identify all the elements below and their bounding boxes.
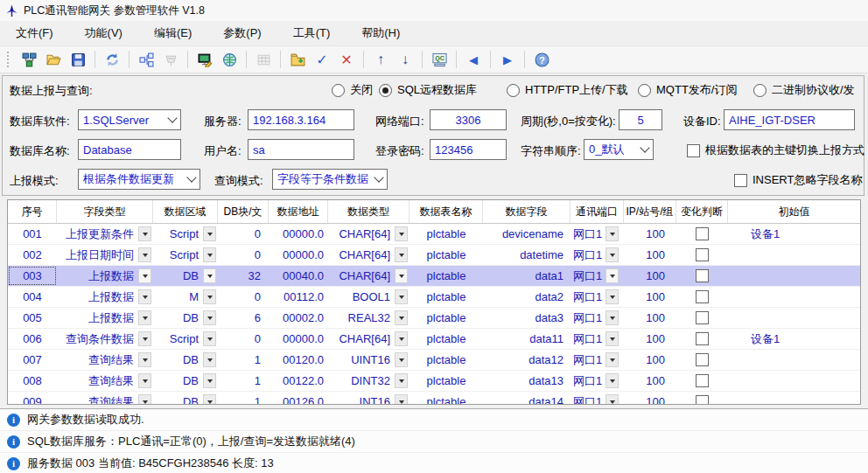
dropdown-arrow-icon[interactable] xyxy=(203,289,216,304)
dropdown-arrow-icon[interactable] xyxy=(606,373,619,388)
radio-icon[interactable] xyxy=(507,84,520,97)
dropdown-arrow-icon[interactable] xyxy=(395,247,408,262)
menu-item-5[interactable]: 工具(T) xyxy=(277,21,346,45)
qc-monitor-icon[interactable]: QC xyxy=(429,49,450,70)
dropdown-arrow-icon[interactable] xyxy=(606,394,619,405)
radio-option-5[interactable]: 二进制协议收/发 xyxy=(753,82,855,98)
query-mode-select[interactable]: 字段等于条件数据 xyxy=(272,169,388,190)
move-up-icon[interactable]: ↑ xyxy=(370,49,391,70)
dropdown-arrow-icon[interactable] xyxy=(395,310,408,325)
dropdown-arrow-icon[interactable] xyxy=(203,226,216,241)
db-software-select[interactable]: 1.SQLServer xyxy=(78,109,181,130)
dropdown-arrow-icon[interactable] xyxy=(138,352,151,367)
change-flag-checkbox[interactable] xyxy=(696,311,709,324)
radio-icon[interactable] xyxy=(332,84,345,97)
radio-option-1[interactable]: 关闭 xyxy=(332,82,373,98)
save-icon[interactable] xyxy=(67,49,88,70)
radio-icon[interactable] xyxy=(753,84,766,97)
refresh-icon[interactable] xyxy=(102,49,122,70)
db-name-input[interactable] xyxy=(78,139,181,160)
dropdown-arrow-icon[interactable] xyxy=(138,310,151,325)
dropdown-arrow-icon[interactable] xyxy=(606,289,619,304)
change-flag-checkbox[interactable] xyxy=(696,374,709,387)
dropdown-arrow-icon[interactable] xyxy=(138,331,151,346)
table-row[interactable]: 005上报数据DB600002.0REAL32plctabledata3网口11… xyxy=(8,308,860,329)
radio-option-4[interactable]: MQTT发布/订阅 xyxy=(638,82,737,98)
globe-icon[interactable] xyxy=(219,49,240,70)
insert-ignore-checkbox-item[interactable]: INSERT忽略字段名称 xyxy=(734,172,862,188)
password-input[interactable] xyxy=(430,139,507,160)
device-id-input[interactable] xyxy=(724,109,855,130)
report-mode-select[interactable]: 根据条件数据更新 xyxy=(78,169,200,190)
table-row[interactable]: 006查询条件数据Script000000.0CHAR[64]plctabled… xyxy=(8,329,860,350)
dropdown-arrow-icon[interactable] xyxy=(138,247,151,262)
table-row[interactable]: 004上报数据M000112.0BOOL1plctabledata2网口1100 xyxy=(8,287,860,308)
change-flag-checkbox[interactable] xyxy=(696,227,709,240)
connect-icon[interactable] xyxy=(18,49,39,70)
dropdown-arrow-icon[interactable] xyxy=(606,310,619,325)
change-flag-checkbox[interactable] xyxy=(696,290,709,303)
table-row[interactable]: 009查询结果DB100126.0INT16plctabledata14网口11… xyxy=(8,392,860,405)
change-flag-checkbox[interactable] xyxy=(696,353,709,366)
radio-option-2[interactable]: SQL远程数据库 xyxy=(379,82,477,98)
menu-item-3[interactable]: 编辑(E) xyxy=(138,21,207,45)
dropdown-arrow-icon[interactable] xyxy=(138,373,151,388)
dropdown-arrow-icon[interactable] xyxy=(203,268,216,283)
dropdown-arrow-icon[interactable] xyxy=(203,331,216,346)
menu-item-1[interactable]: 文件(F) xyxy=(0,21,69,45)
pk-switch-checkbox[interactable] xyxy=(687,144,700,157)
port-input[interactable] xyxy=(430,109,507,130)
open-folder-icon[interactable] xyxy=(43,49,64,70)
dropdown-arrow-icon[interactable] xyxy=(203,247,216,262)
dropdown-arrow-icon[interactable] xyxy=(138,268,151,283)
move-down-icon[interactable]: ↓ xyxy=(395,49,416,70)
folder-add-icon[interactable] xyxy=(287,49,308,70)
table-row[interactable]: 003上报数据DB3200040.0CHAR[64]plctabledata1网… xyxy=(8,266,860,287)
dropdown-arrow-icon[interactable] xyxy=(395,352,408,367)
dropdown-arrow-icon[interactable] xyxy=(203,310,216,325)
pk-switch-checkbox-item[interactable]: 根据数据表的主键切换上报方式 xyxy=(687,143,864,158)
table-row[interactable]: 002上报日期时间Script000000.0CHAR[64]plctabled… xyxy=(8,245,860,266)
server-input[interactable] xyxy=(248,109,354,130)
dropdown-arrow-icon[interactable] xyxy=(395,226,408,241)
table-row[interactable]: 001上报更新条件Script000000.0CHAR[64]plctabled… xyxy=(8,224,860,245)
dropdown-arrow-icon[interactable] xyxy=(395,331,408,346)
username-input[interactable] xyxy=(248,139,354,160)
dropdown-arrow-icon[interactable] xyxy=(606,226,619,241)
monitor-edit-icon[interactable] xyxy=(194,49,215,70)
help-icon[interactable]: ? xyxy=(531,49,552,70)
change-flag-checkbox[interactable] xyxy=(696,332,709,345)
dropdown-arrow-icon[interactable] xyxy=(203,352,216,367)
dropdown-arrow-icon[interactable] xyxy=(606,352,619,367)
prev-icon[interactable]: ◀ xyxy=(463,49,484,70)
change-flag-checkbox[interactable] xyxy=(696,269,709,282)
menu-item-4[interactable]: 参数(P) xyxy=(207,21,276,45)
dropdown-arrow-icon[interactable] xyxy=(138,394,151,405)
change-flag-checkbox[interactable] xyxy=(696,248,709,261)
insert-ignore-checkbox[interactable] xyxy=(734,174,747,187)
dropdown-arrow-icon[interactable] xyxy=(606,247,619,262)
radio-icon[interactable] xyxy=(638,84,651,97)
dropdown-arrow-icon[interactable] xyxy=(203,373,216,388)
change-flag-checkbox[interactable] xyxy=(696,395,709,405)
dropdown-arrow-icon[interactable] xyxy=(138,226,151,241)
apply-check-icon[interactable]: ✓ xyxy=(312,49,332,70)
menu-item-6[interactable]: 帮助(H) xyxy=(346,21,416,45)
radio-selected-icon[interactable] xyxy=(379,84,392,97)
dropdown-arrow-icon[interactable] xyxy=(606,331,619,346)
table-row[interactable]: 007查询结果DB100120.0UINT16plctabledata12网口1… xyxy=(8,350,860,371)
dropdown-arrow-icon[interactable] xyxy=(606,268,619,283)
topology-icon[interactable] xyxy=(136,49,157,70)
table-row[interactable]: 008查询结果DB100122.0DINT32plctabledata13网口1… xyxy=(8,371,860,392)
dropdown-arrow-icon[interactable] xyxy=(203,394,216,405)
string-order-select[interactable]: 0_默认 xyxy=(584,139,654,160)
cancel-x-icon[interactable]: ✕ xyxy=(336,49,357,70)
dropdown-arrow-icon[interactable] xyxy=(395,373,408,388)
period-input[interactable] xyxy=(619,109,662,130)
dropdown-arrow-icon[interactable] xyxy=(395,268,408,283)
dropdown-arrow-icon[interactable] xyxy=(395,289,408,304)
menu-item-2[interactable]: 功能(V) xyxy=(69,21,138,45)
next-icon[interactable]: ▶ xyxy=(497,49,518,70)
radio-option-3[interactable]: HTTP/FTP上传/下载 xyxy=(507,82,628,98)
dropdown-arrow-icon[interactable] xyxy=(138,289,151,304)
